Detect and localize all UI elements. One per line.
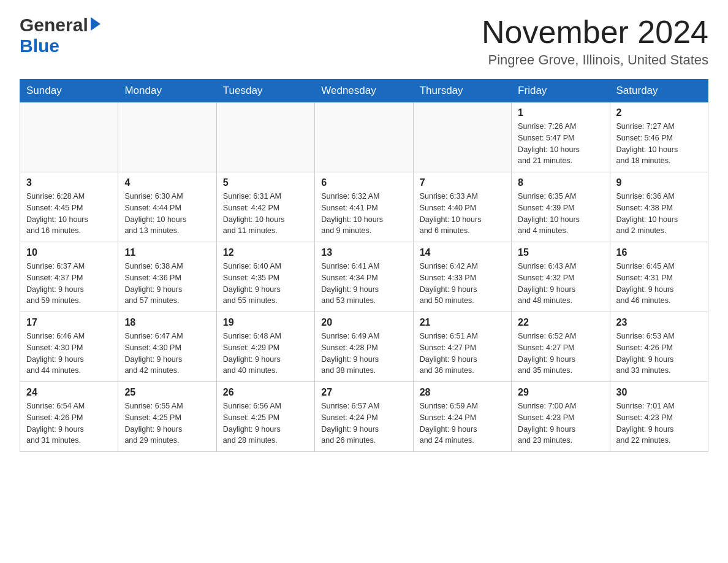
- day-info: Sunrise: 6:32 AM Sunset: 4:41 PM Dayligh…: [321, 191, 406, 237]
- day-info: Sunrise: 6:37 AM Sunset: 4:37 PM Dayligh…: [26, 261, 112, 307]
- logo-blue-text: Blue: [20, 36, 59, 56]
- header-friday: Friday: [512, 80, 610, 102]
- day-number: 11: [124, 247, 210, 258]
- calendar-cell-w0-d1: [118, 102, 216, 172]
- day-info: Sunrise: 6:48 AM Sunset: 4:29 PM Dayligh…: [223, 331, 308, 377]
- week-row-0: 1Sunrise: 7:26 AM Sunset: 5:47 PM Daylig…: [20, 102, 708, 172]
- calendar-title-area: November 2024 Pingree Grove, Illinois, U…: [482, 15, 708, 68]
- day-number: 15: [518, 247, 603, 258]
- week-row-1: 3Sunrise: 6:28 AM Sunset: 4:45 PM Daylig…: [20, 172, 708, 242]
- calendar-cell-w4-d2: 26Sunrise: 6:56 AM Sunset: 4:25 PM Dayli…: [216, 382, 314, 452]
- calendar-cell-w2-d0: 10Sunrise: 6:37 AM Sunset: 4:37 PM Dayli…: [20, 242, 118, 312]
- day-number: 5: [223, 177, 308, 188]
- calendar-cell-w1-d6: 9Sunrise: 6:36 AM Sunset: 4:38 PM Daylig…: [610, 172, 708, 242]
- day-number: 13: [321, 247, 406, 258]
- calendar-cell-w3-d5: 22Sunrise: 6:52 AM Sunset: 4:27 PM Dayli…: [512, 312, 610, 382]
- day-info: Sunrise: 6:47 AM Sunset: 4:30 PM Dayligh…: [124, 331, 210, 377]
- logo-general-text: General: [20, 15, 88, 36]
- calendar-cell-w4-d3: 27Sunrise: 6:57 AM Sunset: 4:24 PM Dayli…: [315, 382, 413, 452]
- page-header: General Blue November 2024 Pingree Grove…: [20, 15, 708, 68]
- day-number: 14: [420, 247, 505, 258]
- day-info: Sunrise: 6:33 AM Sunset: 4:40 PM Dayligh…: [420, 191, 505, 237]
- day-info: Sunrise: 6:31 AM Sunset: 4:42 PM Dayligh…: [223, 191, 308, 237]
- calendar-cell-w3-d0: 17Sunrise: 6:46 AM Sunset: 4:30 PM Dayli…: [20, 312, 118, 382]
- header-monday: Monday: [118, 80, 216, 102]
- calendar-cell-w1-d3: 6Sunrise: 6:32 AM Sunset: 4:41 PM Daylig…: [315, 172, 413, 242]
- day-number: 2: [616, 107, 702, 118]
- day-info: Sunrise: 6:54 AM Sunset: 4:26 PM Dayligh…: [26, 400, 112, 446]
- day-info: Sunrise: 6:38 AM Sunset: 4:36 PM Dayligh…: [124, 261, 210, 307]
- weekday-header-row: Sunday Monday Tuesday Wednesday Thursday…: [20, 80, 708, 102]
- day-info: Sunrise: 6:28 AM Sunset: 4:45 PM Dayligh…: [26, 191, 112, 237]
- day-number: 25: [124, 387, 210, 398]
- day-number: 18: [124, 317, 210, 328]
- calendar-cell-w0-d4: [413, 102, 511, 172]
- week-row-2: 10Sunrise: 6:37 AM Sunset: 4:37 PM Dayli…: [20, 242, 708, 312]
- day-number: 4: [124, 177, 210, 188]
- day-info: Sunrise: 6:41 AM Sunset: 4:34 PM Dayligh…: [321, 261, 406, 307]
- day-number: 6: [321, 177, 406, 188]
- logo-arrow-icon: [91, 17, 100, 31]
- day-number: 17: [26, 317, 112, 328]
- day-number: 12: [223, 247, 308, 258]
- day-number: 20: [321, 317, 406, 328]
- header-tuesday: Tuesday: [216, 80, 314, 102]
- calendar-cell-w4-d5: 29Sunrise: 7:00 AM Sunset: 4:23 PM Dayli…: [512, 382, 610, 452]
- calendar-table: Sunday Monday Tuesday Wednesday Thursday…: [20, 79, 708, 452]
- day-info: Sunrise: 6:46 AM Sunset: 4:30 PM Dayligh…: [26, 331, 112, 377]
- day-info: Sunrise: 6:43 AM Sunset: 4:32 PM Dayligh…: [518, 261, 603, 307]
- calendar-cell-w0-d5: 1Sunrise: 7:26 AM Sunset: 5:47 PM Daylig…: [512, 102, 610, 172]
- day-info: Sunrise: 6:53 AM Sunset: 4:26 PM Dayligh…: [616, 331, 702, 377]
- header-saturday: Saturday: [610, 80, 708, 102]
- day-info: Sunrise: 7:26 AM Sunset: 5:47 PM Dayligh…: [518, 121, 603, 167]
- day-number: 26: [223, 387, 308, 398]
- day-info: Sunrise: 6:51 AM Sunset: 4:27 PM Dayligh…: [420, 331, 505, 377]
- calendar-cell-w2-d3: 13Sunrise: 6:41 AM Sunset: 4:34 PM Dayli…: [315, 242, 413, 312]
- calendar-cell-w1-d2: 5Sunrise: 6:31 AM Sunset: 4:42 PM Daylig…: [216, 172, 314, 242]
- day-number: 9: [616, 177, 702, 188]
- day-info: Sunrise: 6:49 AM Sunset: 4:28 PM Dayligh…: [321, 331, 406, 377]
- calendar-cell-w3-d6: 23Sunrise: 6:53 AM Sunset: 4:26 PM Dayli…: [610, 312, 708, 382]
- day-number: 23: [616, 317, 702, 328]
- week-row-3: 17Sunrise: 6:46 AM Sunset: 4:30 PM Dayli…: [20, 312, 708, 382]
- calendar-cell-w0-d0: [20, 102, 118, 172]
- day-number: 7: [420, 177, 505, 188]
- logo: General Blue: [20, 15, 100, 56]
- day-number: 21: [420, 317, 505, 328]
- calendar-cell-w1-d0: 3Sunrise: 6:28 AM Sunset: 4:45 PM Daylig…: [20, 172, 118, 242]
- day-number: 16: [616, 247, 702, 258]
- header-sunday: Sunday: [20, 80, 118, 102]
- calendar-cell-w1-d5: 8Sunrise: 6:35 AM Sunset: 4:39 PM Daylig…: [512, 172, 610, 242]
- day-info: Sunrise: 6:52 AM Sunset: 4:27 PM Dayligh…: [518, 331, 603, 377]
- day-info: Sunrise: 6:45 AM Sunset: 4:31 PM Dayligh…: [616, 261, 702, 307]
- day-number: 27: [321, 387, 406, 398]
- day-info: Sunrise: 6:59 AM Sunset: 4:24 PM Dayligh…: [420, 400, 505, 446]
- day-number: 24: [26, 387, 112, 398]
- calendar-cell-w2-d1: 11Sunrise: 6:38 AM Sunset: 4:36 PM Dayli…: [118, 242, 216, 312]
- day-info: Sunrise: 7:27 AM Sunset: 5:46 PM Dayligh…: [616, 121, 702, 167]
- day-number: 1: [518, 107, 603, 118]
- calendar-cell-w4-d6: 30Sunrise: 7:01 AM Sunset: 4:23 PM Dayli…: [610, 382, 708, 452]
- calendar-cell-w4-d1: 25Sunrise: 6:55 AM Sunset: 4:25 PM Dayli…: [118, 382, 216, 452]
- calendar-title: November 2024: [482, 15, 708, 50]
- day-number: 28: [420, 387, 505, 398]
- calendar-cell-w0-d2: [216, 102, 314, 172]
- day-number: 22: [518, 317, 603, 328]
- calendar-cell-w0-d3: [315, 102, 413, 172]
- day-info: Sunrise: 6:35 AM Sunset: 4:39 PM Dayligh…: [518, 191, 603, 237]
- calendar-cell-w1-d1: 4Sunrise: 6:30 AM Sunset: 4:44 PM Daylig…: [118, 172, 216, 242]
- calendar-cell-w3-d4: 21Sunrise: 6:51 AM Sunset: 4:27 PM Dayli…: [413, 312, 511, 382]
- day-info: Sunrise: 6:30 AM Sunset: 4:44 PM Dayligh…: [124, 191, 210, 237]
- day-info: Sunrise: 6:42 AM Sunset: 4:33 PM Dayligh…: [420, 261, 505, 307]
- calendar-cell-w1-d4: 7Sunrise: 6:33 AM Sunset: 4:40 PM Daylig…: [413, 172, 511, 242]
- day-info: Sunrise: 6:56 AM Sunset: 4:25 PM Dayligh…: [223, 400, 308, 446]
- calendar-cell-w2-d6: 16Sunrise: 6:45 AM Sunset: 4:31 PM Dayli…: [610, 242, 708, 312]
- calendar-cell-w4-d4: 28Sunrise: 6:59 AM Sunset: 4:24 PM Dayli…: [413, 382, 511, 452]
- calendar-subtitle: Pingree Grove, Illinois, United States: [482, 52, 708, 68]
- header-thursday: Thursday: [413, 80, 511, 102]
- day-info: Sunrise: 6:40 AM Sunset: 4:35 PM Dayligh…: [223, 261, 308, 307]
- day-number: 3: [26, 177, 112, 188]
- week-row-4: 24Sunrise: 6:54 AM Sunset: 4:26 PM Dayli…: [20, 382, 708, 452]
- calendar-cell-w2-d2: 12Sunrise: 6:40 AM Sunset: 4:35 PM Dayli…: [216, 242, 314, 312]
- day-info: Sunrise: 6:55 AM Sunset: 4:25 PM Dayligh…: [124, 400, 210, 446]
